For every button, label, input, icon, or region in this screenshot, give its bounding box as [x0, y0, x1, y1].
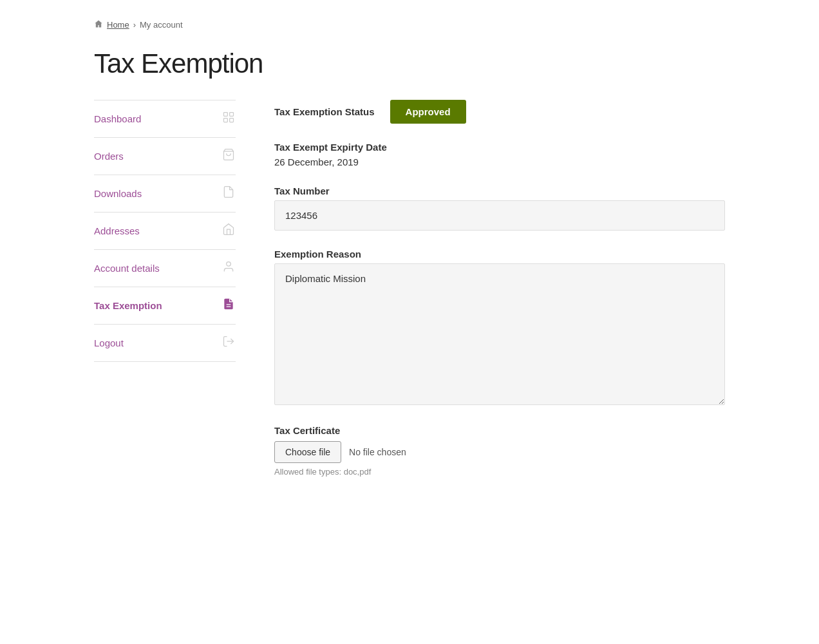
status-label: Tax Exemption Status [274, 106, 375, 117]
file-input-row: Choose file No file chosen [274, 441, 725, 463]
status-row: Tax Exemption Status Approved [274, 100, 725, 124]
sidebar-orders-label: Orders [94, 151, 124, 162]
sidebar-item-addresses[interactable]: Addresses [94, 212, 236, 249]
sidebar-dashboard-label: Dashboard [94, 113, 141, 124]
content-layout: Dashboard Orders [94, 100, 725, 477]
exemption-reason-textarea[interactable]: Diplomatic Mission [274, 263, 725, 405]
tax-exemption-icon [221, 298, 236, 314]
tax-number-group: Tax Number [274, 185, 725, 231]
sidebar-item-logout[interactable]: Logout [94, 324, 236, 362]
home-icon [94, 19, 103, 30]
allowed-types-text: Allowed file types: doc,pdf [274, 467, 725, 477]
tax-number-label: Tax Number [274, 185, 725, 196]
tax-number-input[interactable] [274, 200, 725, 231]
breadcrumb-home-link[interactable]: Home [107, 20, 129, 30]
main-content: Tax Exemption Status Approved Tax Exempt… [274, 100, 725, 477]
svg-rect-3 [230, 118, 234, 122]
expiry-date-group: Tax Exempt Expirty Date 26 December, 201… [274, 142, 725, 167]
tax-cert-label: Tax Certificate [274, 425, 725, 436]
expiry-label: Tax Exempt Expirty Date [274, 142, 725, 153]
sidebar-tax-exemption-label: Tax Exemption [94, 300, 162, 311]
svg-rect-2 [224, 118, 228, 122]
status-badge: Approved [390, 100, 466, 124]
account-icon [221, 260, 236, 276]
sidebar-account-label: Account details [94, 263, 160, 274]
expiry-value: 26 December, 2019 [274, 156, 725, 167]
sidebar-item-tax-exemption[interactable]: Tax Exemption [94, 287, 236, 324]
sidebar-item-orders[interactable]: Orders [94, 137, 236, 175]
tax-cert-section: Tax Certificate Choose file No file chos… [274, 425, 725, 477]
exemption-reason-label: Exemption Reason [274, 249, 725, 260]
sidebar-item-downloads[interactable]: Downloads [94, 175, 236, 212]
dashboard-icon [221, 111, 236, 127]
choose-file-button[interactable]: Choose file [274, 441, 341, 463]
sidebar-addresses-label: Addresses [94, 225, 140, 236]
sidebar-item-dashboard[interactable]: Dashboard [94, 100, 236, 137]
sidebar: Dashboard Orders [94, 100, 236, 362]
orders-icon [221, 148, 236, 164]
breadcrumb-current: My account [140, 20, 182, 30]
logout-icon [221, 335, 236, 351]
no-file-text: No file chosen [349, 447, 406, 457]
downloads-icon [221, 185, 236, 202]
addresses-icon [221, 223, 236, 239]
exemption-reason-group: Exemption Reason Diplomatic Mission [274, 249, 725, 407]
sidebar-logout-label: Logout [94, 337, 124, 348]
sidebar-downloads-label: Downloads [94, 188, 142, 199]
breadcrumb-separator: › [133, 20, 136, 30]
page-title: Tax Exemption [94, 48, 725, 79]
svg-rect-0 [224, 113, 228, 117]
sidebar-item-account-details[interactable]: Account details [94, 249, 236, 287]
svg-rect-1 [230, 113, 234, 117]
breadcrumb: Home › My account [94, 19, 725, 30]
svg-point-5 [227, 262, 231, 267]
